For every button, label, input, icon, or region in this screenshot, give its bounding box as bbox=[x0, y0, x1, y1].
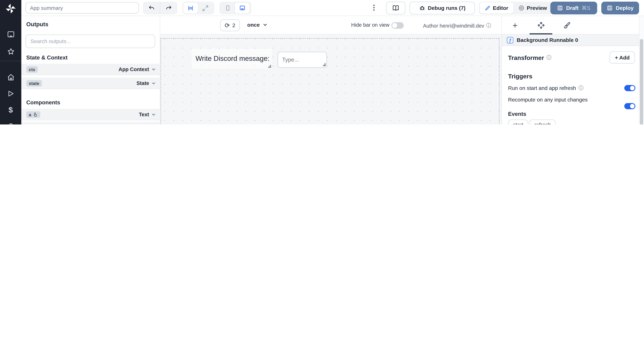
output-row-a[interactable]: a Text bbox=[21, 109, 160, 120]
event-chip-refresh[interactable]: refresh bbox=[529, 120, 556, 124]
mobile-view-button[interactable] bbox=[220, 2, 235, 14]
outputs-panel: Outputs State & Context ctx App Context … bbox=[21, 16, 160, 124]
transformer-header: Transformer ⓘ bbox=[508, 54, 552, 61]
info-icon[interactable]: ⓘ bbox=[486, 22, 491, 29]
runs-play-icon[interactable] bbox=[0, 88, 21, 100]
transformer-title: Transformer bbox=[508, 54, 544, 61]
triggers-title: Triggers bbox=[508, 73, 532, 80]
outputs-title: Outputs bbox=[26, 21, 48, 28]
canvas-column: ⟳ 2 once Hide bar on view Author henri@w… bbox=[160, 16, 501, 124]
state-context-title: State & Context bbox=[26, 54, 68, 61]
event-chip-start[interactable]: start bbox=[508, 120, 528, 124]
interval-value: once bbox=[247, 22, 260, 28]
undo-redo-group bbox=[143, 2, 178, 14]
preview-icon bbox=[518, 5, 524, 11]
home-icon[interactable] bbox=[0, 71, 21, 84]
info-icon[interactable]: ⓘ bbox=[546, 54, 552, 61]
layout-group bbox=[182, 2, 214, 14]
workspace-icon[interactable] bbox=[0, 28, 21, 40]
state-badge: state bbox=[26, 80, 42, 86]
more-menu-kebab-icon[interactable]: ⋮ bbox=[370, 3, 378, 12]
tab-editor[interactable]: Editor bbox=[480, 2, 513, 14]
selected-component-title: Background Runnable 0 bbox=[517, 37, 578, 43]
chevron-down-icon bbox=[262, 22, 268, 28]
docs-book-button[interactable] bbox=[386, 2, 405, 14]
chevron-down-icon[interactable] bbox=[151, 67, 156, 72]
run-on-start-toggle[interactable] bbox=[624, 85, 635, 91]
state-type-label: State bbox=[136, 80, 149, 86]
active-tab-underline bbox=[529, 33, 552, 34]
add-transformer-button[interactable]: + Add bbox=[610, 51, 635, 64]
draft-kbd: ⌘S bbox=[582, 5, 590, 11]
output-row-ctx[interactable]: ctx App Context bbox=[21, 64, 160, 75]
ctx-type-label: App Context bbox=[118, 66, 149, 72]
canvas-toolbar: ⟳ 2 once Hide bar on view Author henri@w… bbox=[160, 16, 501, 34]
desktop-view-button[interactable] bbox=[235, 2, 250, 14]
text-component[interactable]: Write Discord message: bbox=[192, 49, 272, 68]
component-settings-panel: + ƒ Background Runnable 0 Transformer ⓘ … bbox=[502, 16, 639, 124]
draft-button[interactable]: Draft ⌘S bbox=[550, 2, 597, 14]
left-rail: $ bbox=[0, 0, 21, 124]
add-label: + Add bbox=[615, 54, 630, 60]
author-label: Author henri@windmill.dev bbox=[423, 23, 484, 28]
center-align-button[interactable] bbox=[183, 2, 198, 14]
hide-bar-toggle[interactable] bbox=[392, 22, 404, 29]
interval-dropdown[interactable]: once bbox=[247, 22, 268, 28]
app-summary-input[interactable] bbox=[26, 2, 139, 14]
resize-handle[interactable] bbox=[268, 65, 271, 68]
debug-runs-label: Debug runs (7) bbox=[428, 5, 466, 11]
a-badge: a bbox=[26, 111, 40, 118]
favorites-star-icon[interactable] bbox=[0, 45, 21, 58]
tab-preview[interactable]: Preview bbox=[513, 5, 552, 11]
recompute-any-toggle[interactable] bbox=[624, 103, 635, 109]
resources-cubes-icon[interactable] bbox=[0, 120, 21, 124]
ctx-badge: ctx bbox=[26, 66, 38, 72]
tab-insert-plus-icon[interactable]: + bbox=[504, 19, 526, 32]
hide-bar-label: Hide bar on view bbox=[351, 22, 390, 28]
chevron-down-icon[interactable] bbox=[151, 112, 156, 117]
chevron-down-icon[interactable] bbox=[151, 81, 156, 86]
selected-component-header: ƒ Background Runnable 0 bbox=[502, 34, 640, 46]
search-outputs-input[interactable] bbox=[26, 34, 155, 48]
tab-style-brush-icon[interactable] bbox=[555, 19, 578, 32]
undo-button[interactable] bbox=[143, 2, 160, 14]
device-group bbox=[219, 2, 251, 14]
save-icon bbox=[607, 5, 613, 11]
refresh-count: 2 bbox=[232, 22, 235, 28]
resize-handle[interactable] bbox=[323, 63, 326, 66]
a-type-label: Text bbox=[139, 112, 149, 117]
debug-runs-button[interactable]: Debug runs (7) bbox=[410, 2, 475, 14]
preview-label: Preview bbox=[527, 5, 547, 11]
run-on-start-row: Run on start and app refresh ⓘ bbox=[508, 85, 584, 92]
refresh-icon: ⟳ bbox=[225, 22, 230, 28]
components-title: Components bbox=[26, 100, 60, 106]
windmill-logo-icon[interactable] bbox=[5, 3, 16, 14]
editor-preview-toggle: Editor Preview bbox=[479, 2, 552, 14]
redo-button[interactable] bbox=[160, 2, 178, 14]
pencil-icon bbox=[485, 5, 490, 11]
fullscreen-button[interactable] bbox=[198, 2, 213, 14]
deploy-button[interactable]: Deploy bbox=[601, 2, 639, 14]
variables-dollar-icon[interactable]: $ bbox=[0, 104, 21, 116]
pointer-hand-icon bbox=[33, 112, 38, 117]
author-info: Author henri@windmill.dev ⓘ bbox=[423, 22, 491, 29]
output-row-b[interactable]: b Text Input bbox=[21, 122, 160, 124]
text-component-value: Write Discord message: bbox=[192, 54, 270, 63]
recompute-any-label: Recompute on any input changes bbox=[508, 96, 588, 102]
function-icon: ƒ bbox=[507, 37, 514, 44]
scrollbar-thumb[interactable] bbox=[640, 39, 643, 124]
deploy-label: Deploy bbox=[616, 5, 634, 11]
info-icon[interactable]: ⓘ bbox=[578, 85, 584, 92]
events-title: Events bbox=[508, 111, 526, 117]
discord-message-input[interactable] bbox=[278, 52, 327, 68]
app-canvas[interactable]: Write Discord message: Press me bbox=[160, 34, 501, 124]
draft-label: Draft bbox=[566, 5, 579, 11]
chevron-up-icon[interactable] bbox=[150, 124, 156, 124]
refresh-count-button[interactable]: ⟳ 2 bbox=[220, 19, 240, 31]
run-on-start-label: Run on start and app refresh bbox=[508, 85, 576, 91]
right-panel-tabs: + bbox=[502, 16, 640, 34]
text-input-component[interactable] bbox=[278, 52, 327, 68]
tab-settings-components-icon[interactable] bbox=[529, 19, 552, 32]
save-icon bbox=[557, 5, 563, 11]
output-row-state[interactable]: state State bbox=[21, 78, 160, 89]
